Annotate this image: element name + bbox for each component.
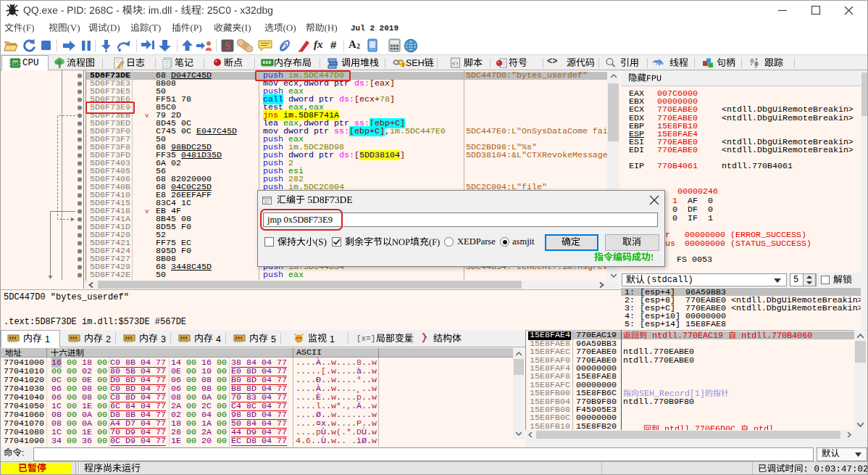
svg-text:S: S [225,41,230,51]
svg-text:!: ! [401,62,403,67]
svg-text:<›: <› [452,60,459,67]
